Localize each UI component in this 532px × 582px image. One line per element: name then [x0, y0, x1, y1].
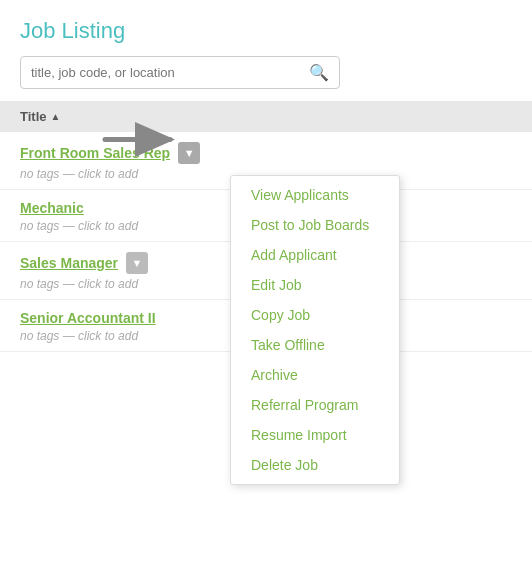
dropdown-item-copy-job[interactable]: Copy Job: [231, 300, 399, 330]
header: Job Listing 🔍: [0, 0, 532, 101]
job-title-link-4[interactable]: Senior Accountant II: [20, 310, 156, 326]
pointer-arrow: [95, 118, 185, 163]
table-header: Title ▲: [0, 101, 532, 132]
search-input[interactable]: [31, 65, 309, 80]
job-title-row-1: Front Room Sales Rep ▼: [20, 142, 512, 164]
dropdown-arrow-icon-1: ▼: [184, 147, 195, 159]
dropdown-item-delete-job[interactable]: Delete Job: [231, 450, 399, 480]
dropdown-item-edit-job[interactable]: Edit Job: [231, 270, 399, 300]
job-title-link-3[interactable]: Sales Manager: [20, 255, 118, 271]
job-title-link-2[interactable]: Mechanic: [20, 200, 84, 216]
dropdown-item-referral-program[interactable]: Referral Program: [231, 390, 399, 420]
page-wrapper: Job Listing 🔍 Title ▲ Front Room Sales R…: [0, 0, 532, 582]
dropdown-menu: View ApplicantsPost to Job BoardsAdd App…: [230, 175, 400, 485]
dropdown-item-view-applicants[interactable]: View Applicants: [231, 180, 399, 210]
column-title-label: Title: [20, 109, 47, 124]
dropdown-item-take-offline[interactable]: Take Offline: [231, 330, 399, 360]
dropdown-item-resume-import[interactable]: Resume Import: [231, 420, 399, 450]
page-title: Job Listing: [20, 18, 512, 44]
dropdown-item-archive[interactable]: Archive: [231, 360, 399, 390]
search-bar: 🔍: [20, 56, 340, 89]
search-icon: 🔍: [309, 63, 329, 82]
sort-asc-icon: ▲: [51, 111, 61, 122]
dropdown-item-add-applicant[interactable]: Add Applicant: [231, 240, 399, 270]
dropdown-button-3[interactable]: ▼: [126, 252, 148, 274]
dropdown-arrow-icon-3: ▼: [132, 257, 143, 269]
dropdown-item-post-to-job-boards[interactable]: Post to Job Boards: [231, 210, 399, 240]
